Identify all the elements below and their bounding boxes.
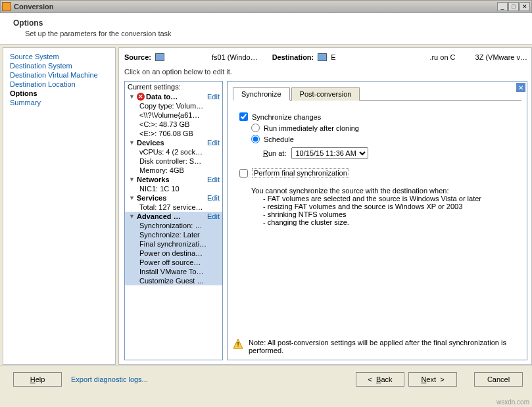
export-logs-link[interactable]: Export diagnostic logs... bbox=[71, 375, 148, 383]
wizard-nav: Source System Destination System Destina… bbox=[3, 47, 116, 365]
page-header: Options Set up the parameters for the co… bbox=[0, 13, 532, 45]
error-icon: ✕ bbox=[137, 93, 145, 101]
note-bar: ! Note: All post-conversion settings wil… bbox=[233, 335, 521, 354]
info-item: shrinking NTFS volumes bbox=[263, 210, 515, 218]
tree-group-advanced[interactable]: ▼Advanced …Edit bbox=[125, 212, 222, 221]
tree-item[interactable]: Install VMware To… bbox=[125, 267, 222, 276]
nav-source-system[interactable]: Source System bbox=[10, 52, 115, 61]
tree-item[interactable]: Power off source… bbox=[125, 258, 222, 267]
info-item: resizing FAT volumes and the source is W… bbox=[263, 203, 515, 210]
destination-icon bbox=[318, 53, 327, 61]
tree-item[interactable]: Customize Guest … bbox=[125, 276, 222, 285]
edit-hint: Click on an option below to edit it. bbox=[124, 68, 527, 76]
chevron-down-icon[interactable]: ▼ bbox=[129, 176, 135, 183]
destination-value-3: 3Z (VMware v… bbox=[475, 53, 527, 61]
tree-item[interactable]: Power on destina… bbox=[125, 249, 222, 258]
settings-tree: Current settings: ▼✕Data to…Edit Copy ty… bbox=[124, 81, 223, 360]
tab-content: Synchronize changes Run immediately afte… bbox=[228, 101, 527, 335]
run-at-select[interactable]: 10/15/15 11:36 AM bbox=[291, 147, 368, 159]
watermark: wsxdn.com bbox=[496, 398, 529, 406]
tree-item[interactable]: NIC1: 1C 10 bbox=[125, 184, 222, 193]
source-icon bbox=[155, 53, 164, 61]
cancel-button[interactable]: Cancel bbox=[474, 372, 523, 387]
window-title: Conversion bbox=[14, 3, 496, 11]
final-sync-label: Perform final synchronization bbox=[252, 168, 349, 178]
titlebar: Conversion _ □ ✕ bbox=[0, 0, 532, 13]
destination-value-2: .ru on C bbox=[429, 53, 455, 61]
tree-group-networks[interactable]: ▼NetworksEdit bbox=[125, 175, 222, 184]
source-value: fs01 (Windo… bbox=[212, 53, 258, 61]
run-at-label: Run at: bbox=[263, 149, 286, 157]
app-icon bbox=[2, 2, 11, 11]
nav-options[interactable]: Options bbox=[10, 89, 115, 98]
detail-panel: ✕ Synchronize Post-conversion Synchroniz… bbox=[227, 81, 527, 360]
schedule-radio[interactable] bbox=[251, 135, 260, 143]
run-immediately-radio[interactable] bbox=[251, 124, 260, 132]
maximize-button[interactable]: □ bbox=[508, 2, 519, 11]
close-panel-button[interactable]: ✕ bbox=[516, 83, 525, 92]
chevron-down-icon[interactable]: ▼ bbox=[129, 213, 135, 220]
info-heading: You cannot synchronize the source with t… bbox=[251, 187, 515, 195]
close-window-button[interactable]: ✕ bbox=[520, 2, 530, 11]
nav-destination-location[interactable]: Destination Location bbox=[10, 80, 115, 89]
next-button[interactable]: Next > bbox=[408, 372, 457, 387]
final-sync-checkbox[interactable] bbox=[239, 169, 248, 178]
minimize-button[interactable]: _ bbox=[497, 2, 508, 11]
sync-changes-checkbox[interactable] bbox=[239, 112, 248, 121]
page-title: Options bbox=[9, 18, 523, 28]
tree-group-data[interactable]: ▼✕Data to…Edit bbox=[125, 92, 222, 101]
source-label: Source: bbox=[124, 53, 151, 61]
tree-header: Current settings: bbox=[125, 82, 222, 92]
chevron-down-icon[interactable]: ▼ bbox=[129, 139, 135, 146]
tree-item[interactable]: Total: 127 service… bbox=[125, 203, 222, 212]
tree-item[interactable]: Final synchronizati… bbox=[125, 239, 222, 249]
nav-destination-vm[interactable]: Destination Virtual Machine bbox=[10, 70, 115, 80]
tree-item[interactable]: Copy type: Volum… bbox=[125, 101, 222, 110]
back-button[interactable]: < Back bbox=[356, 372, 404, 387]
svg-text:!: ! bbox=[237, 341, 239, 348]
edit-link[interactable]: Edit bbox=[207, 93, 221, 101]
warning-icon: ! bbox=[233, 339, 243, 349]
source-dest-bar: Source: fs01 (Windo… Destination: E .ru … bbox=[124, 52, 527, 65]
edit-link[interactable]: Edit bbox=[207, 176, 221, 183]
help-button[interactable]: Help bbox=[13, 372, 62, 387]
note-text: Note: All post-conversion settings will … bbox=[249, 339, 521, 354]
tree-item[interactable]: <E:>: 706.08 GB bbox=[125, 129, 222, 138]
chevron-down-icon[interactable]: ▼ bbox=[129, 195, 135, 201]
edit-link[interactable]: Edit bbox=[207, 139, 221, 147]
tree-item[interactable]: Synchronization: … bbox=[125, 221, 222, 230]
destination-value-1: E bbox=[331, 53, 335, 61]
edit-link[interactable]: Edit bbox=[207, 212, 221, 220]
tree-item[interactable]: Memory: 4GB bbox=[125, 166, 222, 175]
schedule-label: Schedule bbox=[264, 135, 294, 143]
tree-group-devices[interactable]: ▼DevicesEdit bbox=[125, 138, 222, 147]
tree-item[interactable]: <\\?\Volume{a61… bbox=[125, 110, 222, 120]
tree-item[interactable]: Disk controller: S… bbox=[125, 156, 222, 166]
sync-info: You cannot synchronize the source with t… bbox=[251, 187, 515, 226]
chevron-down-icon[interactable]: ▼ bbox=[129, 93, 135, 100]
tree-group-services[interactable]: ▼ServicesEdit bbox=[125, 193, 222, 203]
nav-destination-system[interactable]: Destination System bbox=[10, 61, 115, 70]
tab-post-conversion[interactable]: Post-conversion bbox=[291, 87, 360, 101]
sync-changes-label: Synchronize changes bbox=[252, 113, 321, 121]
edit-link[interactable]: Edit bbox=[207, 194, 221, 202]
tree-item[interactable]: Synchronize: Later bbox=[125, 230, 222, 239]
footer: Help Export diagnostic logs... < Back Ne… bbox=[0, 365, 532, 393]
nav-summary[interactable]: Summary bbox=[10, 98, 115, 107]
tree-item[interactable]: <C:>: 48.73 GB bbox=[125, 120, 222, 129]
tree-item[interactable]: vCPUs: 4 (2 sock… bbox=[125, 147, 222, 156]
destination-label: Destination: bbox=[272, 53, 314, 61]
info-item: FAT volumes are selected and the source … bbox=[263, 195, 515, 203]
info-item: changing the cluster size. bbox=[263, 218, 515, 226]
run-immediately-label: Run immediately after cloning bbox=[264, 124, 359, 132]
content-panel: Source: fs01 (Windo… Destination: E .ru … bbox=[118, 47, 532, 365]
settings-tree-scroll[interactable]: Current settings: ▼✕Data to…Edit Copy ty… bbox=[125, 82, 222, 360]
tab-bar: Synchronize Post-conversion bbox=[233, 87, 521, 101]
page-subtitle: Set up the parameters for the conversion… bbox=[9, 30, 523, 37]
tab-synchronize[interactable]: Synchronize bbox=[233, 87, 290, 101]
